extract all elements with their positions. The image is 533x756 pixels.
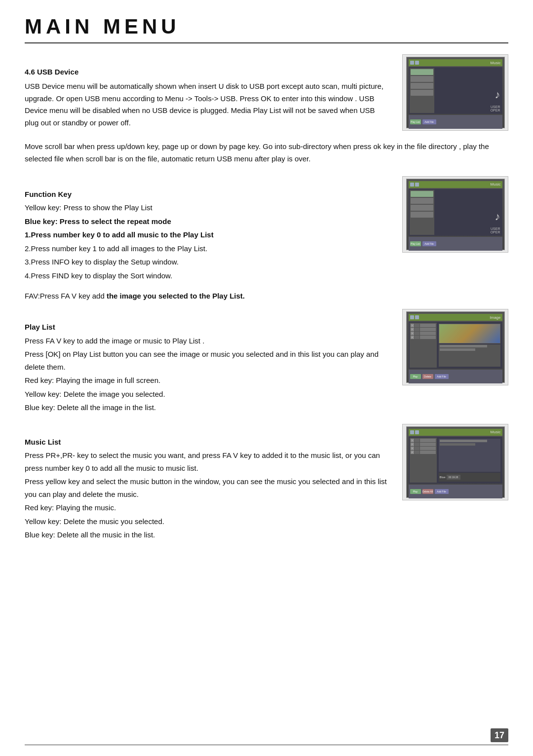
ss3-play-btn: Play (410, 374, 421, 379)
fk-line-3: 2.Press number key 1 to add all images t… (25, 242, 387, 255)
fav-text-start: FAV:Press FA V key add (25, 292, 107, 300)
usb-device-para: USB Device menu will be automatically sh… (25, 80, 387, 129)
ss-add-btn: Add File (422, 119, 436, 124)
topbar-dot-1 (410, 61, 414, 65)
ss-bottombar-2: Play List Add File (409, 237, 502, 251)
fk-line-4: 3.Press INFO key to display the Setup wi… (25, 256, 387, 268)
ss2-add-btn: Add File (422, 241, 436, 246)
ss4-playlist-right: Blue 00:19:28 (438, 438, 501, 483)
scroll-text: Move scroll bar when press up/down key, … (25, 140, 508, 165)
music-list-heading: Music List (25, 436, 387, 449)
topbar3-dot-2 (415, 315, 419, 319)
playlist-heading: Play List (25, 321, 387, 334)
page-title: MAIN MENU (25, 15, 508, 43)
ss4-play-btn: Play (410, 489, 421, 494)
ml-line-1: Press yellow key and select the music bu… (25, 475, 387, 500)
ss-bottombar-4: Play Delete All Add File (409, 485, 502, 498)
ss2-right-panel: ♪ USEROPER (436, 190, 501, 235)
ss2-left-panel (410, 190, 434, 235)
usb-screenshot-1: Music ♪ USEROPER Play List Add File (402, 54, 508, 131)
topbar-label: Music (491, 61, 501, 65)
ml-line-3: Yellow key: Delete the music you selecte… (25, 515, 387, 528)
topbar2-dot-2 (415, 183, 419, 187)
ml-line-0: Press PR+,PR- key to select the music yo… (25, 449, 387, 474)
topbar4-dot-1 (410, 430, 414, 434)
fk-line-2: 1.Press number key 0 to add all music to… (25, 228, 387, 241)
ml-line-2: Red key: Playing the music. (25, 501, 387, 514)
topbar3-dot-1 (410, 315, 414, 319)
pl-line-3: Yellow key: Delete the image you selecte… (25, 388, 387, 401)
function-key-text: Function Key Yellow key: Press to show t… (25, 176, 387, 283)
topbar4-dot-2 (415, 430, 419, 434)
function-key-heading: Function Key (25, 188, 387, 201)
fk-line-0: Yellow key: Press to show the Play List (25, 201, 387, 214)
ss-right-panel: ♪ USEROPER (436, 68, 501, 113)
usb-screenshot-2: Music ♪ USEROPER Play List Add File (402, 176, 508, 253)
topbar2-label: Music (491, 182, 501, 187)
ss-bottombar-1: Play List Add File (409, 115, 502, 129)
page-number: 17 (491, 728, 508, 742)
fav-line: FAV:Press FA V key add the image you sel… (25, 292, 508, 300)
usb-screenshot-4: Music 1 2 3 (402, 424, 508, 500)
ss3-playlist-left: 1 2 3 4 (410, 323, 437, 368)
topbar2-dot-1 (410, 183, 414, 187)
fk-line-5: 4.Press FIND key to display the Sort win… (25, 269, 387, 282)
pl-line-1: Press [OK] on Play List button you can s… (25, 348, 387, 373)
ss-left-panel (410, 68, 434, 113)
usb-device-text: 4.6 USB Device USB Device menu will be a… (25, 54, 387, 131)
playlist-text: Play List Press FA V key to add the imag… (25, 309, 387, 415)
ss3-info (439, 344, 500, 367)
usb-screenshot-3: Image 1 2 3 (402, 309, 508, 385)
ss4-add-btn: Add File (435, 489, 449, 494)
usb-device-heading: 4.6 USB Device (25, 66, 387, 78)
ss3-delete-btn: Delete (422, 374, 433, 379)
pl-line-4: Blue key: Delete all the image in the li… (25, 401, 387, 414)
scroll-section: Move scroll bar when press up/down key, … (25, 140, 508, 165)
fav-text-bold: the image you selected to the Play List. (107, 292, 245, 300)
topbar-dot-2 (415, 61, 419, 65)
ss3-add-btn: Add File (435, 374, 449, 379)
bottom-divider (25, 745, 508, 745)
pl-line-2: Red key: Playing the image in full scree… (25, 374, 387, 387)
ss2-play-btn: Play List (410, 241, 421, 246)
ss3-playlist-right (438, 323, 501, 368)
topbar3-label: Image (490, 315, 500, 320)
topbar4-label: Music (491, 430, 501, 434)
music-list-text: Music List Press PR+,PR- key to select t… (25, 424, 387, 542)
ml-line-4: Blue key: Delete all the music in the li… (25, 529, 387, 541)
ss4-delete-btn: Delete All (422, 489, 433, 494)
pl-line-0: Press FA V key to add the image or music… (25, 335, 387, 347)
ss-play-btn: Play List (410, 119, 421, 124)
ss3-image-thumb (439, 324, 500, 343)
ss-bottombar-3: Play Delete Add File (409, 370, 502, 383)
ss4-playlist-left: 1 2 3 4 (410, 438, 437, 483)
fk-line-1: Blue key: Press to select the repeat mod… (25, 215, 387, 228)
